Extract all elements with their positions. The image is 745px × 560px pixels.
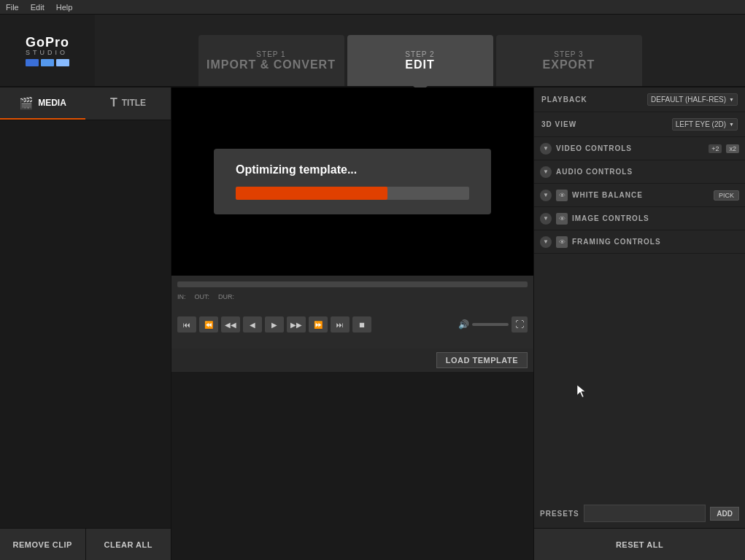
step1-label: IMPORT & CONVERT: [206, 58, 336, 71]
step-tabs: STEP 1 IMPORT & CONVERT STEP 2 EDIT STEP…: [95, 15, 745, 86]
tab-title-label: TITLE: [122, 98, 146, 108]
right-panel: PLAYBACK DEFAULT (HALF-RES) 3D VIEW LEFT…: [533, 88, 745, 560]
white-balance-chevron[interactable]: ▼: [540, 190, 552, 201]
white-balance-eye[interactable]: 👁: [556, 190, 568, 201]
logo-dots: [26, 59, 69, 66]
load-template-button[interactable]: LOAD TEMPLATE: [436, 352, 528, 368]
progress-dialog: Optimizing template...: [214, 149, 491, 214]
view3d-section: 3D VIEW LEFT EYE (2D): [534, 112, 745, 137]
rewind-fast-button[interactable]: ⏪: [199, 316, 218, 332]
presets-input[interactable]: [584, 505, 706, 522]
menu-edit[interactable]: Edit: [31, 3, 45, 12]
playback-section: PLAYBACK DEFAULT (HALF-RES): [534, 88, 745, 112]
tab-media[interactable]: 🎬 MEDIA: [0, 88, 85, 120]
audio-controls-section: ▼ AUDIO CONTROLS: [534, 160, 745, 184]
menu-bar: File Edit Help: [0, 0, 745, 15]
audio-controls-label: AUDIO CONTROLS: [556, 168, 739, 176]
rewind-button[interactable]: ◀: [243, 316, 262, 332]
in-label: IN:: [177, 293, 186, 300]
volume-icon: 🔊: [458, 319, 469, 330]
menu-file[interactable]: File: [6, 3, 19, 12]
step-tab-import[interactable]: STEP 1 IMPORT & CONVERT: [198, 35, 344, 86]
menu-help[interactable]: Help: [56, 3, 73, 12]
timeline-area: [171, 372, 533, 560]
stop-button[interactable]: ⏹: [352, 316, 371, 332]
media-icon: 🎬: [19, 96, 34, 110]
step3-num: STEP 3: [554, 50, 583, 58]
remove-clip-button[interactable]: REMOVE CLIP: [0, 529, 85, 560]
tab-title[interactable]: T TITLE: [85, 88, 171, 120]
clear-all-button[interactable]: CLEAR ALL: [85, 529, 171, 560]
scrubber-area: IN: OUT: DUR: ⏮ ⏪ ◀◀ ◀ ▶ ▶▶ ⏩ ⏭ ⏹ 🔊 ⛶: [171, 276, 533, 349]
left-tabs: 🎬 MEDIA T TITLE: [0, 88, 171, 120]
video-controls-chevron[interactable]: ▼: [540, 143, 552, 155]
image-controls-label: IMAGE CONTROLS: [572, 214, 739, 222]
playback-controls: ⏮ ⏪ ◀◀ ◀ ▶ ▶▶ ⏩ ⏭ ⏹ 🔊 ⛶: [177, 303, 528, 346]
presets-label: PRESETS: [540, 510, 579, 518]
right-spacer: [534, 254, 745, 499]
white-balance-pick-button[interactable]: PICK: [714, 190, 739, 201]
framing-controls-section: ▼ 👁 FRAMING CONTROLS: [534, 230, 745, 254]
skip-start-button[interactable]: ⏮: [177, 316, 196, 332]
playback-dropdown[interactable]: DEFAULT (HALF-RES): [647, 93, 738, 106]
forward-button[interactable]: ▶▶: [287, 316, 306, 332]
dur-label: DUR:: [218, 293, 234, 300]
logo-text: GoPro: [26, 35, 69, 50]
image-controls-eye[interactable]: 👁: [556, 213, 568, 225]
step-back-button[interactable]: ◀◀: [221, 316, 240, 332]
audio-controls-chevron[interactable]: ▼: [540, 166, 552, 178]
title-icon: T: [110, 96, 117, 109]
center-panel: Optimizing template... IN: OUT: DUR:: [171, 88, 533, 560]
step-tab-edit[interactable]: STEP 2 EDIT: [347, 35, 493, 86]
tab-media-label: MEDIA: [38, 98, 66, 108]
video-controls-section: ▼ VIDEO CONTROLS +2 x2: [534, 137, 745, 160]
timeline-bar[interactable]: [177, 281, 528, 287]
skip-end-button[interactable]: ⏭: [331, 316, 350, 332]
logo: GoPro STUDIO: [26, 35, 69, 66]
load-template-bar: LOAD TEMPLATE: [171, 349, 533, 372]
play-button[interactable]: ▶: [265, 316, 284, 332]
logo-sub: STUDIO: [26, 49, 68, 56]
left-panel: 🎬 MEDIA T TITLE REMOVE CLIP CLEAR ALL: [0, 88, 171, 560]
right-bottom-bar: RESET ALL: [534, 528, 745, 560]
out-label: OUT:: [195, 293, 210, 300]
step1-num: STEP 1: [256, 50, 285, 58]
view3d-label: 3D VIEW: [541, 120, 576, 128]
logo-area: GoPro STUDIO: [0, 15, 95, 86]
white-balance-section: ▼ 👁 WHITE BALANCE PICK: [534, 184, 745, 207]
view3d-dropdown[interactable]: LEFT EYE (2D): [672, 118, 738, 131]
logo-dot-3: [56, 59, 69, 66]
framing-controls-chevron[interactable]: ▼: [540, 236, 552, 248]
step2-num: STEP 2: [405, 50, 434, 58]
step3-label: EXPORT: [543, 58, 595, 71]
time-labels: IN: OUT: DUR:: [177, 293, 528, 300]
fast-forward-button[interactable]: ⏩: [309, 316, 328, 332]
step2-label: EDIT: [405, 58, 434, 71]
image-controls-chevron[interactable]: ▼: [540, 213, 552, 225]
left-action-buttons: REMOVE CLIP CLEAR ALL: [0, 528, 171, 560]
white-balance-label: WHITE BALANCE: [572, 191, 709, 199]
main-layout: 🎬 MEDIA T TITLE REMOVE CLIP CLEAR ALL Op…: [0, 88, 745, 560]
add-preset-button[interactable]: ADD: [710, 507, 739, 521]
reset-all-button[interactable]: RESET ALL: [534, 529, 745, 560]
step-tab-export[interactable]: STEP 3 EXPORT: [496, 35, 642, 86]
video-controls-badge1: +2: [709, 144, 722, 153]
logo-dot-1: [26, 59, 39, 66]
left-content-area: [0, 120, 171, 528]
fullscreen-button[interactable]: ⛶: [512, 316, 528, 332]
header: GoPro STUDIO STEP 1 IMPORT & CONVERT STE…: [0, 15, 745, 88]
image-controls-section: ▼ 👁 IMAGE CONTROLS: [534, 207, 745, 230]
framing-controls-eye[interactable]: 👁: [556, 236, 568, 248]
volume-slider[interactable]: [472, 323, 509, 326]
video-controls-badge2: x2: [726, 144, 739, 153]
logo-dot-2: [41, 59, 54, 66]
playback-label: PLAYBACK: [541, 96, 587, 104]
progress-bar-background: [236, 187, 469, 200]
presets-row: PRESETS ADD: [534, 499, 745, 528]
progress-bar-fill: [236, 187, 387, 200]
progress-title: Optimizing template...: [236, 163, 469, 176]
framing-controls-label: FRAMING CONTROLS: [572, 238, 739, 246]
video-controls-label: VIDEO CONTROLS: [556, 144, 704, 152]
video-preview: Optimizing template...: [171, 88, 533, 276]
